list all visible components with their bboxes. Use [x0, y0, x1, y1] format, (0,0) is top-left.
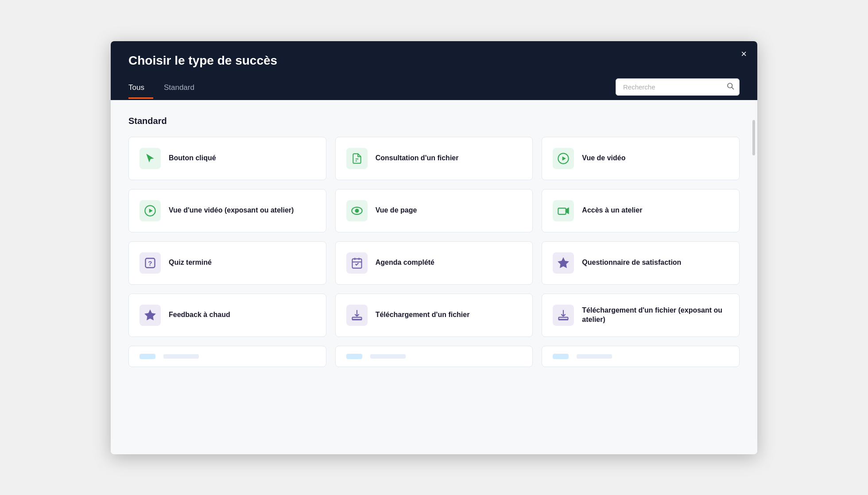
card-label-telechargement-fichier-exposant: Téléchargement d'un fichier (exposant ou…: [582, 306, 728, 325]
card-label-bouton-clique: Bouton cliqué: [169, 154, 216, 163]
card-icon-download: [346, 305, 368, 326]
scrollbar-thumb[interactable]: [752, 120, 755, 155]
card-label-questionnaire-satisfaction: Questionnaire de satisfaction: [582, 258, 681, 267]
tab-tous[interactable]: Tous: [128, 80, 153, 99]
card-icon-play-circle-2: [140, 200, 161, 221]
card-label-vue-video-exposant: Vue d'une vidéo (exposant ou atelier): [169, 206, 294, 215]
card-label-acces-atelier: Accès à un atelier: [582, 206, 642, 215]
svg-marker-20: [558, 258, 569, 267]
card-vue-page[interactable]: Vue de page: [335, 189, 533, 232]
card-feedback-chaud[interactable]: Feedback à chaud: [128, 294, 326, 337]
card-agenda-complete[interactable]: Agenda complété: [335, 241, 533, 285]
card-label-consultation-fichier: Consultation d'un fichier: [376, 154, 459, 163]
modal: Choisir le type de succès × Tous Standar…: [111, 41, 757, 454]
card-bouton-clique[interactable]: Bouton cliqué: [128, 137, 326, 180]
header-bottom: Tous Standard: [128, 78, 740, 100]
card-vue-video[interactable]: Vue de vidéo: [542, 137, 740, 180]
card-icon-camera: [553, 200, 574, 221]
svg-rect-12: [558, 208, 566, 214]
card-label-vue-page: Vue de page: [376, 206, 417, 215]
cards-grid: Bouton cliqué Consultation d'un fichier: [128, 137, 740, 337]
scrollbar-track[interactable]: [752, 116, 756, 454]
search-icon[interactable]: [726, 82, 734, 92]
card-questionnaire-satisfaction[interactable]: Questionnaire de satisfaction: [542, 241, 740, 285]
svg-line-1: [732, 87, 733, 89]
peek-card-1[interactable]: [128, 346, 326, 367]
card-icon-eye: [346, 200, 368, 221]
card-icon-star-feedback: [140, 305, 161, 326]
peek-card-3[interactable]: [542, 346, 740, 367]
card-consultation-fichier[interactable]: Consultation d'un fichier: [335, 137, 533, 180]
card-label-quiz-termine: Quiz terminé: [169, 258, 212, 267]
card-telechargement-fichier[interactable]: Téléchargement d'un fichier: [335, 294, 533, 337]
search-input[interactable]: [616, 78, 740, 96]
card-label-feedback-chaud: Feedback à chaud: [169, 310, 230, 320]
modal-title: Choisir le type de succès: [128, 54, 740, 68]
search-container: [616, 78, 740, 96]
card-icon-cursor: [140, 148, 161, 169]
card-acces-atelier[interactable]: Accès à un atelier: [542, 189, 740, 232]
card-icon-question: ?: [140, 252, 161, 274]
card-label-agenda-complete: Agenda complété: [376, 258, 434, 267]
card-label-vue-video: Vue de vidéo: [582, 154, 625, 163]
card-icon-file: [346, 148, 368, 169]
svg-marker-21: [145, 310, 155, 320]
card-quiz-termine[interactable]: ? Quiz terminé: [128, 241, 326, 285]
card-label-telechargement-fichier: Téléchargement d'un fichier: [376, 310, 470, 320]
peek-card-2[interactable]: [335, 346, 533, 367]
card-vue-video-exposant[interactable]: Vue d'une vidéo (exposant ou atelier): [128, 189, 326, 232]
card-icon-calendar: [346, 252, 368, 274]
section-title: Standard: [128, 116, 740, 126]
modal-body: Standard Bouton cliqué: [111, 100, 757, 454]
svg-point-11: [355, 209, 358, 212]
modal-header: Choisir le type de succès × Tous Standar…: [111, 41, 757, 100]
tab-standard[interactable]: Standard: [164, 80, 203, 99]
card-telechargement-fichier-exposant[interactable]: Téléchargement d'un fichier (exposant ou…: [542, 294, 740, 337]
svg-text:?: ?: [148, 259, 152, 267]
card-icon-download-exposant: [553, 305, 574, 326]
tabs: Tous Standard: [128, 80, 214, 99]
svg-rect-16: [352, 259, 361, 268]
card-icon-star-satisfaction: [553, 252, 574, 274]
close-button[interactable]: ×: [741, 49, 747, 59]
card-icon-play-circle: [553, 148, 574, 169]
